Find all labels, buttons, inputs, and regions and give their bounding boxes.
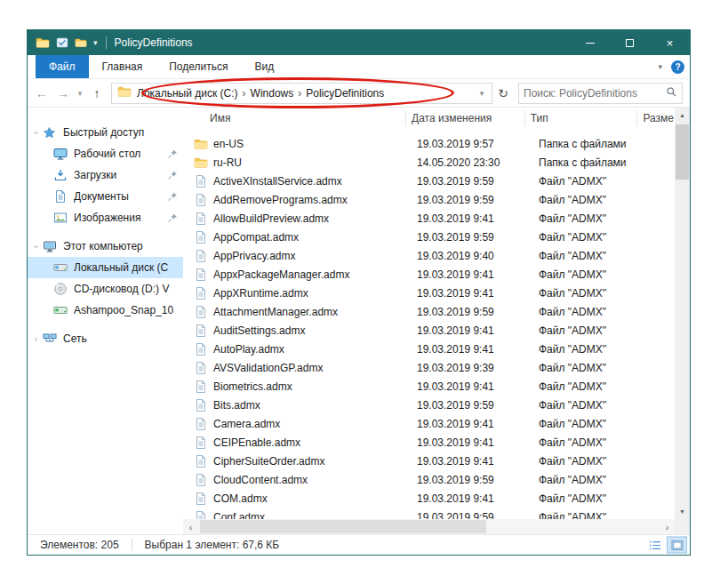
breadcrumb-segment[interactable]: PolicyDefinitions [303,87,387,100]
back-button[interactable]: ← [31,83,52,104]
file-row[interactable]: AttachmentManager.admx19.03.2019 9:59Фай… [183,302,690,321]
file-row[interactable]: AppxPackageManager.admx19.03.2019 9:41Фа… [183,265,690,284]
column-header[interactable]: Тип [525,110,638,126]
file-name-cell: AuditSettings.admx [183,324,412,338]
file-row[interactable]: Biometrics.admx19.03.2019 9:41Файл "ADMX… [183,377,690,396]
scroll-left-icon[interactable]: ‹ [183,522,198,532]
qat-dropdown-icon[interactable]: ▾ [93,38,98,47]
file-icon [194,342,208,356]
file-date: 19.03.2019 9:59 [412,231,533,244]
status-bar: Элементов: 205 Выбран 1 элемент: 67,6 КБ [28,534,690,555]
forward-button[interactable]: → [52,83,74,104]
menu-tabs: ФайлГлавнаяПоделитьсяВид [36,55,287,78]
file-name-cell: AutoPlay.admx [183,342,412,356]
details-view-button[interactable] [644,537,665,554]
sidebar-item[interactable]: ›Быстрый доступ [28,122,183,143]
file-row[interactable]: ActiveXInstallService.admx19.03.2019 9:5… [183,172,690,190]
file-name: Camera.admx [213,418,280,430]
file-name: AddRemovePrograms.admx [213,194,348,206]
column-headers: ИмяДата измененияТипРазме [183,108,690,129]
horizontal-scroll-track[interactable] [198,519,660,534]
sidebar-item[interactable]: ›Этот компьютер [28,236,183,257]
collapse-ribbon-icon[interactable]: ▾ [658,62,662,71]
file-type: Файл "ADMX" [533,380,649,393]
file-row[interactable]: ru-RU14.05.2020 23:30Папка с файлами [183,153,690,172]
file-name-cell: Bits.admx [183,398,412,412]
file-row[interactable]: CloudContent.admx19.03.2019 9:59Файл "AD… [183,470,690,489]
scroll-down-icon[interactable]: ▼ [675,504,690,519]
file-type: Файл "ADMX" [533,362,649,374]
sidebar-item[interactable]: Локальный диск (C [28,257,183,278]
chevron-icon[interactable]: › [31,240,41,253]
minimize-button[interactable] [570,30,610,55]
address-box[interactable]: Локальный диск (C:)›Windows›PolicyDefini… [111,83,492,104]
file-date: 19.03.2019 9:59 [412,175,533,188]
scroll-right-icon[interactable]: › [660,522,675,532]
horizontal-scrollbar[interactable]: ‹ › [183,519,675,534]
file-type: Файл "ADMX" [533,436,649,449]
file-date: 19.03.2019 9:41 [412,418,533,430]
file-row[interactable]: CipherSuiteOrder.admx19.03.2019 9:41Файл… [183,452,690,470]
help-icon[interactable]: ? [671,60,684,74]
file-row[interactable]: AddRemovePrograms.admx19.03.2019 9:59Фай… [183,190,690,209]
file-row[interactable]: en-US19.03.2019 9:57Папка с файлами [183,134,690,153]
sidebar-item[interactable]: Рабочий стол [28,143,183,164]
file-type: Файл "ADMX" [533,212,649,225]
desktop-icon [53,147,69,161]
file-row[interactable]: Bits.admx19.03.2019 9:59Файл "ADMX" [183,396,690,414]
vertical-scrollbar[interactable]: ▲ ▼ [675,108,690,519]
history-dropdown-icon[interactable]: ▾ [74,83,86,104]
thumbnails-view-button[interactable] [667,537,687,554]
menu-tab[interactable]: Главная [89,55,156,78]
file-row[interactable]: AuditSettings.admx19.03.2019 9:41Файл "A… [183,321,690,340]
column-header[interactable]: Дата изменения [406,110,525,126]
scroll-up-icon[interactable]: ▲ [675,108,690,123]
column-header[interactable]: Имя [183,110,406,126]
breadcrumb-segment[interactable]: Локальный диск (C:) [134,87,241,100]
horizontal-scroll-thumb[interactable] [200,520,486,533]
file-date: 19.03.2019 9:41 [412,324,533,337]
file-row[interactable]: Camera.admx19.03.2019 9:41Файл "ADMX" [183,414,690,433]
sidebar-item[interactable]: Загрузки [28,164,183,186]
close-button[interactable]: × [650,30,690,55]
address-dropdown-icon[interactable]: ▾ [474,89,490,98]
explorer-window: ▾ PolicyDefinitions × ФайлГлавнаяПоделит… [27,29,691,556]
main-content: ›Быстрый доступРабочий столЗагрузкиДокум… [28,108,690,534]
sidebar-item-label: Сеть [63,332,183,345]
downloads-icon [53,168,69,182]
maximize-button[interactable] [610,30,650,55]
sidebar-item[interactable]: Документы [28,186,183,207]
folder-icon [194,137,208,151]
vertical-scroll-thumb[interactable] [676,124,689,180]
file-row[interactable]: AllowBuildPreview.admx19.03.2019 9:41Фай… [183,209,690,228]
pin-icon [167,148,181,159]
sidebar-item[interactable]: Ashampoo_Snap_10 [28,300,183,321]
sidebar-item[interactable]: ›Сеть [28,328,183,349]
drive-icon [53,260,69,275]
sidebar-item[interactable]: Изображения [28,207,183,228]
breadcrumb-segment[interactable]: Windows [248,87,297,100]
file-name: Biometrics.admx [213,380,292,393]
menu-tab[interactable]: Поделиться [156,55,241,78]
chevron-icon[interactable]: › [29,334,43,344]
chevron-icon[interactable]: › [31,126,41,140]
file-row[interactable]: CEIPEnable.admx19.03.2019 9:41Файл "ADMX… [183,433,690,452]
file-row[interactable]: AppXRuntime.admx19.03.2019 9:41Файл "ADM… [183,284,690,302]
file-name: ActiveXInstallService.admx [213,175,342,188]
up-button[interactable]: ↑ [86,83,108,104]
qat-properties-icon[interactable] [56,36,68,49]
file-row[interactable]: AVSValidationGP.admx19.03.2019 9:39Файл … [183,358,690,377]
search-input[interactable] [524,87,666,100]
file-row[interactable]: AppCompat.admx19.03.2019 9:59Файл "ADMX" [183,228,690,246]
sidebar-item[interactable]: CD-дисковод (D:) V [28,278,183,300]
search-icon[interactable] [666,85,677,101]
menu-tab[interactable]: Файл [36,55,89,78]
file-row[interactable]: COM.admx19.03.2019 9:41Файл "ADMX" [183,489,690,508]
file-row[interactable]: AppPrivacy.admx19.03.2019 9:40Файл "ADMX… [183,246,690,265]
refresh-icon[interactable]: ↻ [492,83,514,104]
qat-new-folder-icon[interactable] [75,36,87,49]
menu-tab[interactable]: Вид [241,55,287,78]
file-type: Файл "ADMX" [533,474,649,486]
vertical-scroll-track[interactable] [675,123,690,504]
file-row[interactable]: AutoPlay.admx19.03.2019 9:41Файл "ADMX" [183,340,690,358]
